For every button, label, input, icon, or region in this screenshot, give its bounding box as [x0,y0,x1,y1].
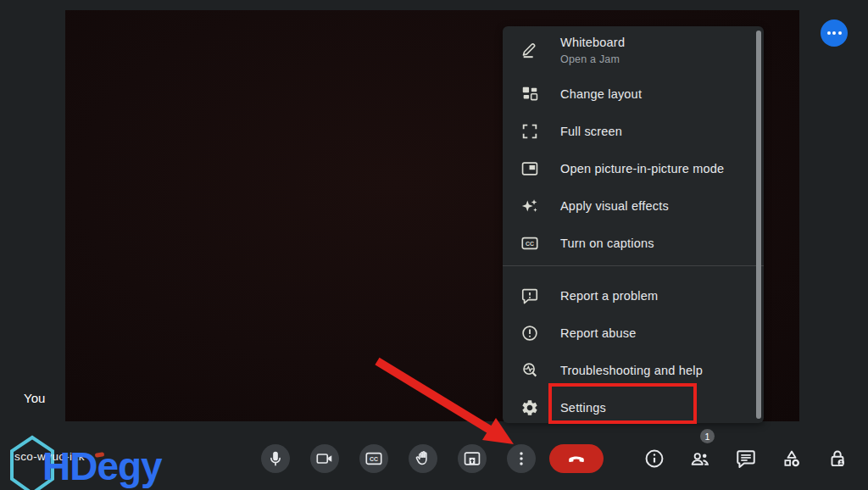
camera-icon [315,449,334,468]
menu-item-label: Apply visual effects [560,199,669,213]
menu-item-label: Troubleshooting and help [560,364,703,377]
present-screen-icon [463,449,481,468]
present-button[interactable] [458,444,487,473]
meeting-details-button[interactable] [643,448,665,470]
captions-button[interactable]: CC [359,444,388,473]
meeting-panels-toolbar [643,448,849,470]
troubleshoot-icon [520,361,539,380]
menu-item-label: Open picture-in-picture mode [560,162,724,175]
end-call-button[interactable] [549,444,604,473]
hand-icon [414,449,432,468]
menu-item-label: Report a problem [560,289,658,303]
menu-item-sublabel: Open a Jam [560,53,625,65]
feedback-bubble-icon [520,287,539,305]
pen-icon [520,40,539,58]
menu-item-full-screen[interactable]: Full screen [503,113,764,150]
camera-button[interactable] [310,444,339,473]
menu-item-report-problem[interactable]: Report a problem [503,277,764,315]
activities-shapes-icon [781,448,803,470]
call-controls-toolbar: CC [261,444,604,473]
phone-hangup-icon [566,448,587,469]
menu-item-label: Report abuse [560,326,636,340]
menu-item-visual-effects[interactable]: Apply visual effects [503,187,764,225]
menu-item-picture-in-picture[interactable]: Open picture-in-picture mode [503,150,764,187]
settings-highlight-box [548,383,697,424]
menu-item-label: Whiteboard [560,36,625,49]
picture-in-picture-icon [520,159,539,178]
menu-item-label: Change layout [560,87,642,101]
raise-hand-button[interactable] [409,444,437,473]
host-controls-button[interactable] [826,448,849,470]
people-button[interactable] [689,448,711,470]
gear-icon [520,398,539,417]
menu-item-captions[interactable]: CC Turn on captions [503,225,764,262]
participant-count-badge: 1 [700,429,715,443]
menu-divider [503,265,764,266]
menu-item-label: Turn on captions [560,237,654,250]
menu-scrollbar[interactable] [756,31,761,419]
chat-button[interactable] [735,448,757,470]
sparkles-icon [520,197,539,215]
three-dots-vertical-icon [512,449,531,468]
microphone-icon [266,449,285,468]
more-options-menu: Whiteboard Open a Jam Change layout Full… [503,26,764,423]
fullscreen-icon [520,122,539,141]
layout-grid-icon [520,85,539,103]
abuse-warning-icon [520,324,539,342]
people-icon [689,448,711,470]
captions-icon: CC [520,234,539,253]
tile-more-options-button[interactable] [821,19,848,47]
more-options-button[interactable] [507,444,536,473]
menu-item-change-layout[interactable]: Change layout [503,75,764,113]
lock-person-icon [826,448,849,470]
info-icon [643,448,665,470]
chat-icon [735,448,757,470]
menu-item-label: Full screen [560,125,622,138]
svg-text:CC: CC [526,241,534,247]
menu-item-report-abuse[interactable]: Report abuse [503,315,764,352]
cc-icon: CC [364,449,383,468]
menu-item-whiteboard[interactable]: Whiteboard Open a Jam [503,31,764,75]
microphone-button[interactable] [261,444,290,473]
meet-window: { "app": "Google Meet call screen", "sel… [0,0,868,490]
activities-button[interactable] [781,448,803,470]
self-view-name-label: You [24,391,45,405]
svg-text:CC: CC [370,456,378,462]
three-dots-horizontal-icon [827,31,831,35]
